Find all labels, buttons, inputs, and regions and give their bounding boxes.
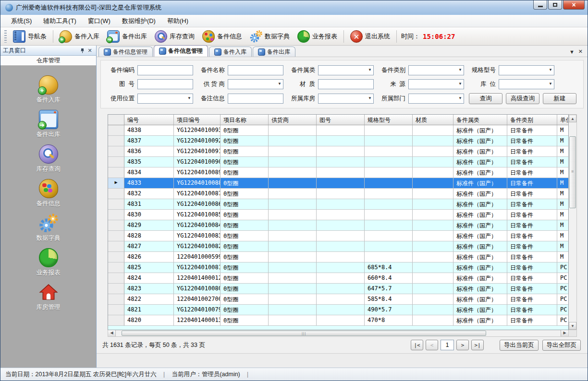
row-selector[interactable] (108, 146, 124, 157)
tab-parts-info-management-2[interactable]: 备件信息管理 (154, 45, 208, 57)
cell-spec[interactable] (365, 252, 413, 262)
row-selector[interactable] (108, 315, 124, 326)
supplier-select[interactable] (228, 79, 283, 89)
sidebar-item-warehouse[interactable]: 库房管理 (0, 280, 96, 314)
cell-name[interactable]: 0型圈 (220, 220, 269, 231)
cell-figure[interactable] (317, 125, 365, 136)
cell-supplier[interactable] (269, 146, 317, 157)
toolbar-navigator[interactable]: 导航条 (9, 29, 50, 44)
table-row[interactable]: 482612204010005990型圈标准件（国产）日常备件M (108, 252, 568, 262)
column-header[interactable]: 项目编号 (174, 115, 220, 125)
table-row[interactable]: 4828YG122040100830型圈标准件（国产）日常备件M (108, 231, 568, 241)
cell-category[interactable]: 标准件（国产） (453, 294, 507, 305)
cell-type[interactable]: 日常备件 (507, 125, 557, 136)
cell-category[interactable]: 标准件（国产） (453, 167, 507, 178)
cell-spec[interactable] (365, 231, 413, 241)
cell-material[interactable] (413, 252, 453, 262)
toolbar-parts-info[interactable]: 备件信息 (198, 29, 246, 44)
cell-id[interactable]: 4835 (124, 157, 174, 167)
cell-type[interactable]: 日常备件 (507, 252, 557, 262)
cell-type[interactable]: 日常备件 (507, 315, 557, 326)
cell-name[interactable]: 0型圈 (220, 167, 269, 178)
cell-material[interactable] (413, 284, 453, 294)
scroll-down-icon[interactable]: ▼ (569, 322, 576, 330)
cell-category[interactable]: 标准件（国产） (453, 125, 507, 136)
row-selector[interactable] (108, 199, 124, 210)
sidebar-item-parts-out[interactable]: ➜ 备件出库 (0, 107, 96, 142)
cell-type[interactable]: 日常备件 (507, 146, 557, 157)
cell-material[interactable] (413, 167, 453, 178)
menu-tools[interactable]: 辅助工具(T) (37, 15, 82, 27)
next-page-button[interactable]: > (456, 340, 469, 350)
column-header[interactable]: 备件属类 (453, 115, 507, 125)
row-selector[interactable] (108, 262, 124, 273)
cell-name[interactable]: 0型圈 (220, 252, 269, 262)
table-row-partial[interactable] (108, 326, 568, 330)
cell-spec[interactable] (365, 178, 413, 189)
sidebar-item-business-report[interactable]: 业务报表 (0, 245, 96, 280)
cell-material[interactable] (413, 220, 453, 231)
cell-type[interactable]: 日常备件 (507, 136, 557, 146)
sidebar-item-parts-info[interactable]: 备件信息 (0, 176, 96, 211)
toolbar-stock-query[interactable]: 库存查询 (151, 29, 198, 44)
cell-unit[interactable]: M (557, 220, 569, 231)
cell-type[interactable]: 日常备件 (507, 157, 557, 167)
cell-material[interactable] (413, 210, 453, 220)
cell-code[interactable]: 1220401002700 (174, 294, 220, 305)
cell-code[interactable]: YG12204010089 (174, 167, 220, 178)
row-selector[interactable] (108, 284, 124, 294)
table-row[interactable]: 4827YG122040100820型圈标准件（国产）日常备件M (108, 241, 568, 252)
cell-spec[interactable] (365, 241, 413, 252)
cell-spec[interactable] (365, 199, 413, 210)
cell-category[interactable]: 标准件（国产） (453, 241, 507, 252)
table-row[interactable]: 4832YG122040100870型圈标准件（国产）日常备件M (108, 189, 568, 199)
cell-figure[interactable] (317, 157, 365, 167)
material-input[interactable] (318, 79, 374, 89)
row-selector[interactable] (108, 210, 124, 220)
cell-code[interactable]: YG12204010090 (174, 157, 220, 167)
cell-code[interactable]: YG12204010085 (174, 210, 220, 220)
cell-figure[interactable] (317, 273, 365, 284)
cell-type[interactable]: 日常备件 (507, 189, 557, 199)
last-page-button[interactable]: >| (471, 340, 484, 350)
parts-code-input[interactable] (137, 65, 193, 75)
cell-figure[interactable] (317, 294, 365, 305)
cell-spec[interactable] (365, 136, 413, 146)
cell-unit[interactable]: M (557, 241, 569, 252)
column-header[interactable]: 供货商 (269, 115, 317, 125)
sidebar-item-parts-in[interactable]: + 备件入库 (0, 72, 96, 107)
cell-id[interactable]: 4824 (124, 273, 174, 284)
cell-material[interactable] (413, 241, 453, 252)
column-header[interactable]: 单位 (557, 115, 569, 125)
cell-figure[interactable] (317, 220, 365, 231)
menu-system[interactable]: 系统(S) (5, 15, 37, 27)
cell-material[interactable] (413, 125, 453, 136)
toolbar-grip[interactable] (4, 30, 7, 43)
cell-spec[interactable] (365, 125, 413, 136)
cell-name[interactable]: 0型圈 (220, 125, 269, 136)
vertical-scroll-track[interactable] (569, 122, 576, 322)
toolbar-parts-in[interactable]: + 备件入库 (56, 29, 103, 44)
vertical-scroll-thumb[interactable] (569, 136, 576, 208)
cell-material[interactable] (413, 315, 453, 326)
cell-spec[interactable] (365, 189, 413, 199)
cell-code[interactable]: YG12204010093 (174, 125, 220, 136)
cell-unit[interactable]: M (557, 199, 569, 210)
cell-name[interactable]: 0型圈 (220, 210, 269, 220)
cell-id[interactable]: 4827 (124, 241, 174, 252)
new-button[interactable]: 新建 (543, 93, 576, 104)
cell-category[interactable]: 标准件（国产） (453, 315, 507, 326)
tab-parts-out[interactable]: 备件出库 (253, 47, 295, 57)
cell-type[interactable]: 日常备件 (507, 305, 557, 315)
cell-material[interactable] (413, 146, 453, 157)
figure-no-input[interactable] (137, 79, 193, 89)
cell-type[interactable]: 日常备件 (507, 210, 557, 220)
cell-unit[interactable]: PC (557, 305, 569, 315)
cell-id[interactable]: 4823 (124, 284, 174, 294)
menu-help[interactable]: 帮助(H) (161, 15, 194, 27)
cell-category[interactable]: 标准件（国产） (453, 178, 507, 189)
cell-code[interactable]: YG12204010092 (174, 136, 220, 146)
cell-code[interactable]: 1220401400013 (174, 315, 220, 326)
parts-name-input[interactable] (228, 65, 283, 75)
cell-figure[interactable] (317, 167, 365, 178)
